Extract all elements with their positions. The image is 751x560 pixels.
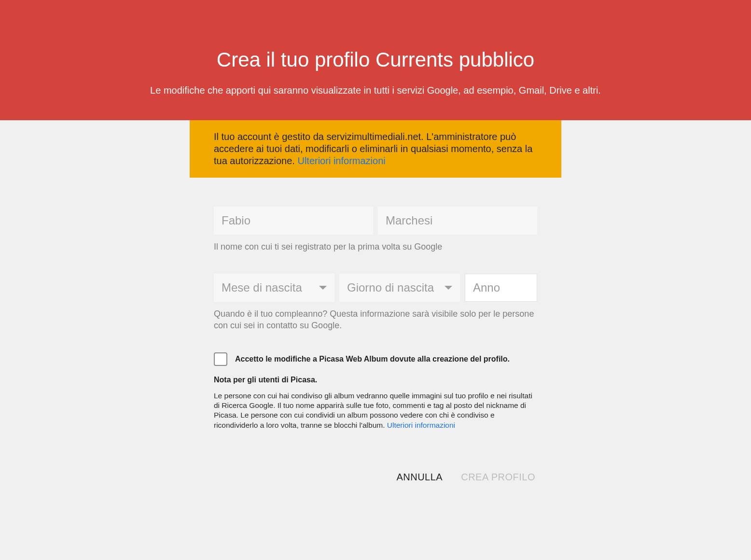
cancel-button[interactable]: ANNULLA: [394, 469, 445, 486]
name-help-text: Il nome con cui ti sei registrato per la…: [214, 241, 537, 252]
first-name-input[interactable]: Fabio: [214, 207, 373, 235]
admin-notice-link[interactable]: Ulteriori informazioni: [297, 155, 385, 166]
action-bar: ANNULLA CREA PROFILO: [190, 445, 561, 495]
last-name-input[interactable]: Marchesi: [378, 207, 537, 235]
chevron-down-icon: [445, 286, 452, 290]
picasa-note-link[interactable]: Ulteriori informazioni: [387, 421, 455, 429]
page-header: Crea il tuo profilo Currents pubblico Le…: [0, 0, 751, 120]
picasa-accept-checkbox[interactable]: [214, 352, 227, 366]
admin-notice: Il tuo account è gestito da servizimulti…: [190, 120, 561, 178]
create-profile-button[interactable]: CREA PROFILO: [459, 469, 537, 486]
picasa-accept-label: Accetto le modifiche a Picasa Web Album …: [235, 355, 510, 364]
birth-month-select[interactable]: Mese di nascita: [214, 274, 334, 302]
page-subtitle: Le modifiche che apporti qui saranno vis…: [19, 85, 732, 96]
picasa-note-text: Le persone con cui hai condiviso gli alb…: [214, 392, 532, 429]
picasa-note-title: Nota per gli utenti di Picasa.: [214, 376, 537, 384]
picasa-note-body: Le persone con cui hai condiviso gli alb…: [214, 391, 537, 430]
birthday-help-text: Quando è il tuo compleanno? Questa infor…: [214, 308, 537, 331]
birth-day-select[interactable]: Giorno di nascita: [339, 274, 460, 302]
birth-month-label: Mese di nascita: [222, 281, 302, 294]
birth-day-label: Giorno di nascita: [347, 281, 434, 294]
page-title: Crea il tuo profilo Currents pubblico: [19, 48, 732, 71]
profile-form: Fabio Marchesi Il nome con cui ti sei re…: [190, 178, 561, 445]
birth-year-input[interactable]: Anno: [465, 274, 537, 302]
chevron-down-icon: [319, 286, 327, 290]
